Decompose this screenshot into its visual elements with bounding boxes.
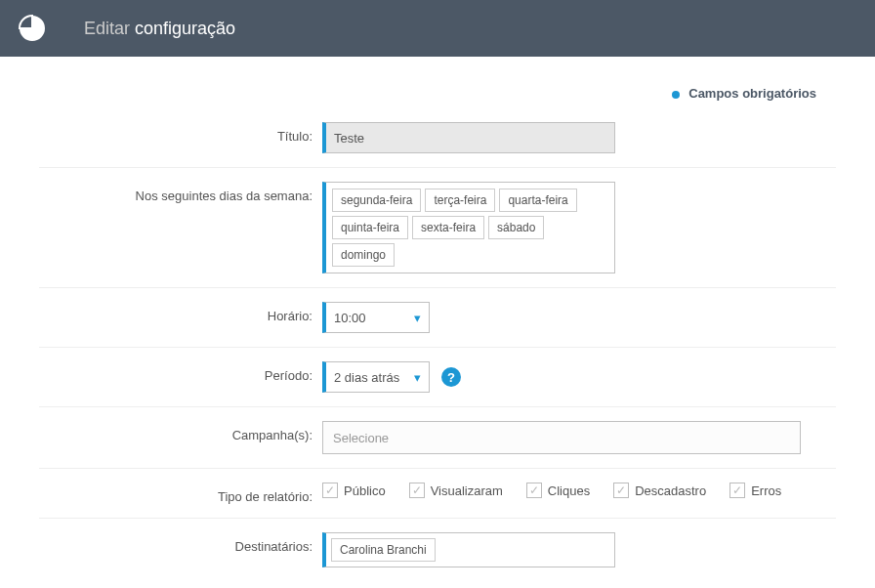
checkbox-visualizaram[interactable]: ✓ Visualizaram [409,483,503,498]
checkbox-erros[interactable]: ✓ Erros [729,483,781,498]
label-campanhas: Campanha(s): [39,421,322,442]
checkbox-icon: ✓ [613,483,629,498]
day-tag[interactable]: sábado [488,216,544,239]
campanhas-select[interactable]: Selecione [322,421,801,454]
days-multiselect[interactable]: segunda-feira terça-feira quarta-feira q… [322,182,615,273]
horario-value: 10:00 [334,311,366,325]
label-dias: Nos seguintes dias da semana: [39,182,322,203]
checkbox-label: Descadastro [635,483,706,498]
row-tipo-relatorio: Tipo de relatório: ✓ Público ✓ Visualiza… [39,483,836,519]
modal-title: Editar configuração [84,19,235,39]
label-horario: Horário: [39,302,322,323]
day-tag[interactable]: sexta-feira [412,216,484,239]
checkbox-icon: ✓ [526,483,542,498]
required-legend: Campos obrigatórios [39,86,836,101]
label-tipo-relatorio: Tipo de relatório: [39,483,322,504]
checkbox-label: Cliques [548,483,590,498]
checkbox-label: Público [344,483,386,498]
titulo-input[interactable] [322,122,615,153]
checkbox-label: Erros [751,483,781,498]
chevron-down-icon: ▾ [414,311,421,325]
row-campanhas: Campanha(s): Selecione [39,421,836,469]
day-tag[interactable]: terça-feira [425,189,495,212]
pie-logo-icon [18,14,47,43]
periodo-value: 2 dias atrás [334,370,399,385]
modal-header: Editar configuração [0,0,875,57]
recipient-tag[interactable]: Carolina Branchi [331,538,436,562]
chevron-down-icon: ▾ [414,370,421,385]
horario-select[interactable]: 10:00 ▾ [322,302,430,333]
title-bold: configuração [135,19,235,38]
destinatarios-multiselect[interactable]: Carolina Branchi [322,532,615,567]
label-periodo: Período: [39,361,322,383]
title-prefix: Editar [84,19,130,38]
help-icon[interactable]: ? [441,367,461,387]
required-dot-icon [672,91,680,99]
modal-body: Campos obrigatórios Título: Nos seguinte… [0,57,875,588]
checkbox-descadastro[interactable]: ✓ Descadastro [613,483,706,498]
row-periodo: Período: 2 dias atrás ▾ ? [39,361,836,407]
campanhas-placeholder: Selecione [333,431,389,445]
required-legend-text: Campos obrigatórios [688,86,816,101]
checkbox-icon: ✓ [409,483,425,498]
checkbox-cliques[interactable]: ✓ Cliques [526,483,590,498]
label-destinatarios: Destinatários: [39,532,322,554]
day-tag[interactable]: quinta-feira [332,216,408,239]
row-destinatarios: Destinatários: Carolina Branchi [39,532,836,581]
day-tag[interactable]: domingo [332,243,395,267]
report-type-checkboxes: ✓ Público ✓ Visualizaram ✓ Cliques ✓ Des… [322,483,781,498]
checkbox-icon: ✓ [729,483,745,498]
day-tag[interactable]: quarta-feira [499,189,576,212]
row-horario: Horário: 10:00 ▾ [39,302,836,348]
label-titulo: Título: [39,122,322,144]
day-tag[interactable]: segunda-feira [332,189,421,212]
row-dias: Nos seguintes dias da semana: segunda-fe… [39,182,836,288]
row-titulo: Título: [39,122,836,168]
checkbox-label: Visualizaram [431,483,503,498]
checkbox-icon: ✓ [322,483,338,498]
brand-logo [0,0,64,57]
checkbox-publico[interactable]: ✓ Público [322,483,386,498]
periodo-select[interactable]: 2 dias atrás ▾ [322,361,430,393]
